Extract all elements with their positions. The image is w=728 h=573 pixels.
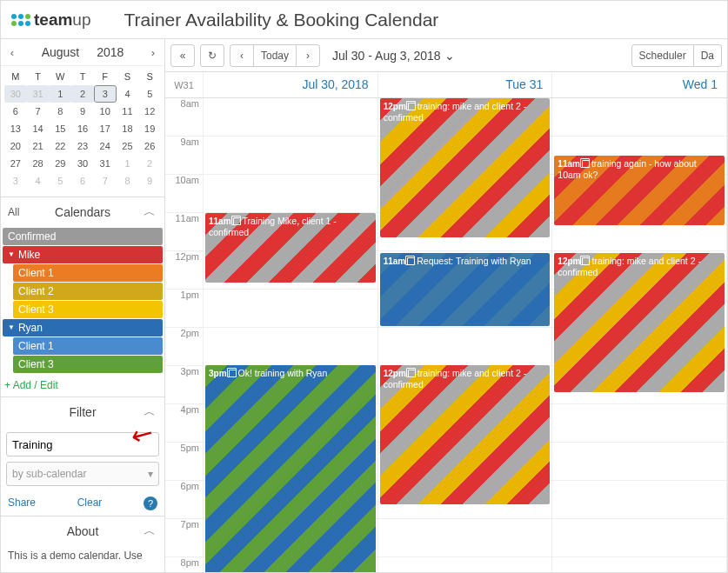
calendar-item[interactable]: Confirmed	[3, 228, 163, 245]
calendar-event[interactable]: 11amtraining again - how about 10am ok?	[554, 156, 725, 225]
minical-day[interactable]: 24	[94, 137, 117, 155]
timeslot[interactable]	[204, 98, 377, 137]
minical-day[interactable]: 11	[117, 103, 139, 120]
calendar-item[interactable]: Client 3	[13, 301, 163, 318]
minical-day[interactable]: 22	[49, 137, 71, 155]
minical-day[interactable]: 25	[117, 137, 139, 155]
date-range-picker[interactable]: Jul 30 - Aug 3, 2018 ⌄	[332, 49, 455, 63]
view-day-button[interactable]: Da	[693, 44, 722, 67]
minical-day[interactable]: 12	[138, 103, 161, 120]
minical-day[interactable]: 6	[4, 103, 27, 120]
copy-icon	[233, 217, 241, 225]
timeslot[interactable]	[204, 175, 377, 213]
minical-day[interactable]: 26	[138, 137, 161, 155]
calendar-item[interactable]: Client 1	[13, 337, 163, 355]
minical-day[interactable]: 5	[49, 172, 71, 190]
timeslot[interactable]	[378, 328, 552, 366]
minical-day[interactable]: 30	[4, 85, 27, 103]
timeslot[interactable]	[552, 481, 726, 519]
timeslot[interactable]	[552, 557, 726, 573]
about-header[interactable]: About ︿	[1, 516, 164, 546]
minical-day[interactable]: 20	[4, 137, 27, 155]
minical-day[interactable]: 13	[4, 120, 27, 137]
minical-prev[interactable]: ‹	[4, 44, 20, 60]
add-edit-link[interactable]: + Add / Edit	[1, 374, 164, 396]
calendar-event[interactable]: 11amTraining Mike, client 1 - confirmed	[205, 213, 376, 283]
calendar-item-label: Ryan	[18, 319, 43, 336]
timeslot[interactable]	[552, 98, 726, 137]
minical-day[interactable]: 21	[27, 137, 50, 155]
minical-day[interactable]: 9	[71, 103, 94, 120]
minical-day[interactable]: 5	[138, 85, 161, 103]
clear-link[interactable]: Clear	[77, 496, 103, 510]
filter-input[interactable]	[6, 432, 159, 456]
calendars-all[interactable]: All	[8, 206, 19, 218]
timeslot[interactable]	[552, 404, 726, 443]
calendar-event[interactable]: 3pmOk! training with Ryan	[205, 365, 376, 573]
refresh-button[interactable]: ↻	[200, 44, 224, 67]
timeslot[interactable]	[552, 519, 726, 557]
day-header-1[interactable]: Tue 31	[378, 72, 553, 97]
minical-year[interactable]: 2018	[97, 45, 124, 59]
filter-subcalendar-select[interactable]: by sub-calendar ▾	[6, 462, 159, 486]
share-link[interactable]: Share	[8, 496, 36, 510]
calendar-event[interactable]: 11amRequest: Training with Ryan	[380, 253, 551, 326]
timeslot[interactable]	[378, 519, 552, 557]
mini-calendar[interactable]: MTWTFSS 30311234567891011121314151617181…	[1, 66, 164, 197]
minical-day[interactable]: 8	[49, 103, 71, 120]
timeslot[interactable]	[552, 443, 726, 481]
calendar-item[interactable]: Client 1	[13, 264, 163, 282]
view-scheduler-button[interactable]: Scheduler	[631, 44, 694, 67]
minical-day[interactable]: 7	[27, 103, 50, 120]
minical-next[interactable]: ›	[145, 44, 161, 60]
day-header-0[interactable]: Jul 30, 2018	[204, 72, 378, 97]
minical-day[interactable]: 3	[4, 172, 27, 190]
minical-day[interactable]: 3	[94, 85, 117, 103]
filter-header[interactable]: Filter ︿	[1, 397, 164, 427]
minical-day[interactable]: 2	[138, 155, 161, 172]
calendar-item[interactable]: Client 3	[13, 356, 163, 373]
minical-day[interactable]: 8	[117, 172, 139, 190]
minical-day[interactable]: 4	[27, 172, 50, 190]
minical-day[interactable]: 31	[94, 155, 117, 172]
minical-day[interactable]: 29	[49, 155, 71, 172]
minical-day[interactable]: 28	[27, 155, 50, 172]
minical-day[interactable]: 7	[94, 172, 117, 190]
day-header-2[interactable]: Wed 1	[552, 72, 727, 97]
minical-day[interactable]: 30	[71, 155, 94, 172]
minical-day[interactable]: 6	[71, 172, 94, 190]
timeslot[interactable]	[204, 328, 377, 366]
minical-day[interactable]: 19	[138, 120, 161, 137]
calendar-event[interactable]: 12pmtraining: mike and client 2 - confir…	[380, 365, 551, 504]
minical-day[interactable]: 23	[71, 137, 94, 155]
minical-day[interactable]: 1	[49, 85, 71, 103]
minical-month[interactable]: August	[42, 45, 80, 59]
minical-day[interactable]: 10	[94, 103, 117, 120]
minical-day[interactable]: 18	[117, 120, 139, 137]
today-button[interactable]: Today	[253, 44, 297, 67]
logo[interactable]: teamup	[11, 10, 91, 30]
minical-day[interactable]: 16	[71, 120, 94, 137]
minical-day[interactable]: 27	[4, 155, 27, 172]
calendar-event[interactable]: 12pmtraining: mike and client 2 - confir…	[380, 98, 551, 237]
calendar-item[interactable]: Client 2	[13, 283, 163, 300]
minical-day[interactable]: 4	[117, 85, 139, 103]
minical-day[interactable]: 31	[27, 85, 50, 103]
timeslot[interactable]	[204, 290, 377, 328]
prev-button[interactable]: ‹	[230, 44, 254, 67]
minical-day[interactable]: 17	[94, 120, 117, 137]
minical-day[interactable]: 1	[117, 155, 139, 172]
next-button[interactable]: ›	[296, 44, 320, 67]
jump-back-button[interactable]: «	[170, 44, 195, 67]
help-icon[interactable]: ?	[144, 496, 157, 510]
minical-day[interactable]: 14	[27, 120, 50, 137]
calendar-item[interactable]: ▼Mike	[3, 246, 163, 263]
calendars-header[interactable]: All Calendars ︿	[1, 197, 164, 227]
minical-day[interactable]: 2	[71, 85, 94, 103]
timeslot[interactable]	[378, 557, 552, 573]
calendar-event[interactable]: 12pmtraining: mike and client 2 - confir…	[554, 253, 725, 392]
calendar-item[interactable]: ▼Ryan	[3, 319, 163, 336]
timeslot[interactable]	[204, 137, 377, 175]
minical-day[interactable]: 15	[49, 120, 71, 137]
minical-day[interactable]: 9	[138, 172, 161, 190]
